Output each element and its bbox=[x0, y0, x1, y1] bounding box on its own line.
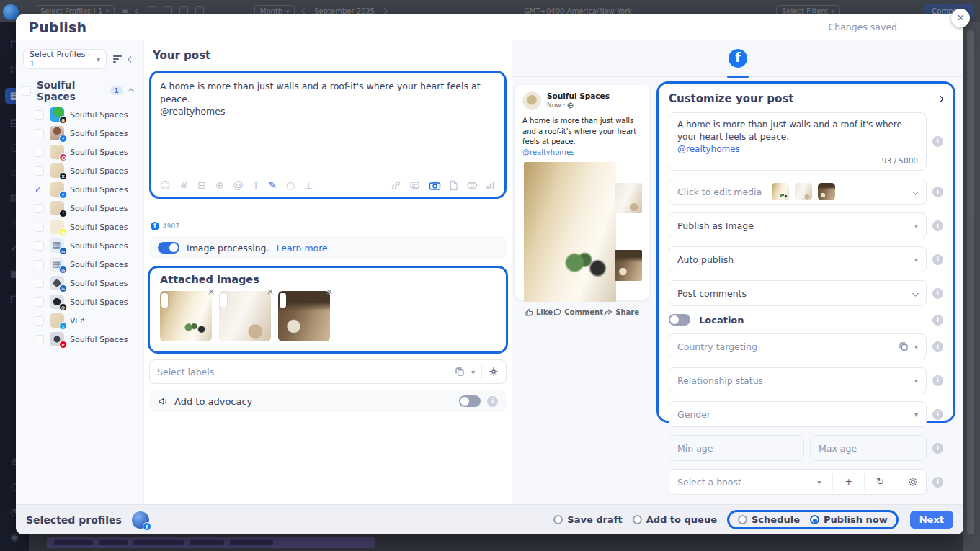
profile-row[interactable]: in Soulful Spaces bbox=[29, 274, 143, 292]
text-format-icon[interactable]: T bbox=[253, 179, 259, 191]
remove-image-icon[interactable]: × bbox=[326, 287, 333, 297]
remove-image-icon[interactable]: × bbox=[267, 287, 274, 297]
customized-message-field[interactable]: A home is more than just walls and a roo… bbox=[669, 112, 927, 171]
profile-row[interactable]: Soulful Spaces bbox=[29, 143, 143, 161]
info-icon[interactable]: i bbox=[932, 315, 943, 326]
profile-row[interactable]: @ Soulful Spaces bbox=[29, 292, 143, 311]
add-to-queue-radio[interactable]: Add to queue bbox=[633, 514, 717, 525]
profile-checkbox[interactable] bbox=[35, 241, 44, 251]
preview-mention-link[interactable]: @realtyhomes bbox=[522, 148, 574, 156]
profile-checkbox[interactable] bbox=[35, 110, 44, 120]
gender-dropdown[interactable]: Gender ▾ bbox=[669, 401, 927, 427]
country-targeting-dropdown[interactable]: Country targeting ▾ bbox=[669, 333, 927, 359]
media-library-icon[interactable] bbox=[409, 180, 421, 191]
chevron-up-icon[interactable] bbox=[128, 87, 134, 94]
profile-checkbox[interactable] bbox=[35, 129, 44, 138]
profile-row[interactable]: f Soulful Spaces bbox=[29, 124, 143, 143]
calendar-event-bar[interactable] bbox=[47, 537, 375, 548]
gear-icon[interactable] bbox=[489, 367, 499, 377]
auto-publish-dropdown[interactable]: Auto publish ▾ bbox=[669, 246, 927, 272]
link-icon[interactable] bbox=[391, 180, 401, 191]
attached-image-3[interactable]: × bbox=[278, 291, 330, 341]
info-icon[interactable]: i bbox=[932, 220, 943, 231]
refresh-icon[interactable]: ↻ bbox=[876, 477, 884, 487]
profile-checkbox[interactable] bbox=[35, 260, 44, 269]
profile-row[interactable]: Soulful Spaces bbox=[29, 218, 143, 236]
chevron-down-icon[interactable] bbox=[912, 188, 919, 195]
bg-filter-icon[interactable]: ≡ bbox=[122, 7, 128, 15]
merge-tag-icon[interactable]: ⊕ bbox=[215, 179, 224, 191]
profile-row[interactable]: in Soulful Spaces bbox=[29, 255, 143, 274]
profile-row[interactable]: ♪ Soulful Spaces bbox=[29, 199, 143, 218]
next-button[interactable]: Next bbox=[910, 511, 953, 529]
profile-checkbox[interactable] bbox=[35, 204, 44, 213]
preview-image-main[interactable] bbox=[524, 162, 616, 302]
shorten-icon[interactable]: ○ bbox=[286, 179, 295, 191]
chevron-down-icon[interactable]: ▾ bbox=[471, 368, 475, 376]
mention-icon[interactable]: @ bbox=[233, 179, 244, 191]
mention-link[interactable]: @realtyhomes bbox=[677, 144, 740, 154]
min-age-field[interactable]: Min age bbox=[669, 435, 804, 461]
document-icon[interactable] bbox=[449, 180, 458, 191]
profile-row[interactable]: G Soulful Spaces bbox=[29, 105, 143, 124]
collapse-panel-icon[interactable] bbox=[128, 55, 135, 63]
profile-row[interactable]: P Soulful Spaces bbox=[29, 330, 143, 349]
location-toggle[interactable] bbox=[669, 314, 690, 326]
add-boost-icon[interactable]: + bbox=[845, 477, 852, 487]
profile-checkbox[interactable] bbox=[35, 297, 44, 307]
gear-icon[interactable] bbox=[908, 477, 918, 487]
profile-checkbox[interactable] bbox=[35, 335, 44, 344]
attached-image-2[interactable]: × bbox=[219, 291, 271, 341]
profile-checkbox[interactable] bbox=[35, 148, 44, 157]
hashtag-icon[interactable]: # bbox=[180, 179, 189, 191]
select-labels-field[interactable]: Select labels ▾ bbox=[149, 359, 507, 384]
media-thumb-2[interactable] bbox=[795, 183, 812, 200]
share-button[interactable]: Share bbox=[604, 308, 639, 316]
post-comments-field[interactable]: Post comments bbox=[669, 280, 927, 306]
boost-dropdown[interactable]: Select a boost ▾ + ↻ bbox=[669, 469, 927, 495]
media-thumb-3[interactable] bbox=[818, 183, 835, 200]
analytics-icon[interactable] bbox=[486, 180, 496, 190]
close-icon[interactable]: × bbox=[951, 9, 970, 27]
bg-next-period[interactable] bbox=[382, 9, 387, 14]
copy-labels-icon[interactable] bbox=[455, 367, 465, 377]
info-icon[interactable]: i bbox=[932, 341, 943, 352]
scrollbar-thumb[interactable] bbox=[968, 40, 974, 220]
profile-row[interactable]: t Vi↱ bbox=[29, 311, 143, 330]
select-profiles-dropdown[interactable]: Select Profiles · 1 ▾ bbox=[23, 49, 107, 69]
remove-image-icon[interactable]: × bbox=[208, 287, 215, 297]
tab-facebook[interactable]: f bbox=[729, 49, 747, 68]
bg-prev-period[interactable] bbox=[302, 9, 307, 14]
advocacy-toggle[interactable] bbox=[459, 395, 481, 407]
group-checkbox[interactable] bbox=[22, 86, 31, 96]
profile-checkbox[interactable] bbox=[35, 316, 44, 326]
profile-row[interactable]: X Soulful Spaces bbox=[29, 161, 143, 180]
filter-icon[interactable] bbox=[113, 55, 122, 63]
preview-image-small-1[interactable] bbox=[615, 183, 642, 213]
chevron-right-icon[interactable] bbox=[937, 95, 945, 102]
copy-icon[interactable] bbox=[899, 341, 909, 351]
image-processing-toggle[interactable] bbox=[158, 242, 179, 254]
profile-row-selected[interactable]: ✓ f Soulful Spaces bbox=[29, 180, 143, 199]
profile-checkbox[interactable] bbox=[35, 279, 44, 288]
info-icon[interactable]: i bbox=[932, 409, 943, 420]
media-thumb-1[interactable] bbox=[772, 183, 789, 200]
emoji-icon[interactable]: ☺ bbox=[160, 179, 171, 191]
post-editor[interactable]: A home is more than just walls and a roo… bbox=[149, 71, 507, 199]
info-icon[interactable]: i bbox=[932, 443, 943, 454]
learn-more-link[interactable]: Learn more bbox=[276, 243, 327, 254]
profile-checkbox[interactable] bbox=[35, 166, 44, 176]
relationship-status-dropdown[interactable]: Relationship status ▾ bbox=[669, 367, 927, 393]
info-icon[interactable]: i bbox=[932, 136, 943, 147]
snippet-icon[interactable]: ⊥ bbox=[304, 179, 313, 191]
info-icon[interactable]: i bbox=[487, 396, 498, 407]
attached-image-1[interactable]: × bbox=[160, 291, 212, 341]
save-draft-radio[interactable]: Save draft bbox=[553, 514, 622, 525]
profile-group-row[interactable]: Soulful Spaces 1 bbox=[16, 75, 143, 105]
info-icon[interactable]: i bbox=[932, 254, 943, 265]
publish-as-dropdown[interactable]: Publish as Image ▾ bbox=[669, 212, 927, 238]
max-age-field[interactable]: Max age bbox=[810, 435, 927, 461]
preview-image-small-2[interactable] bbox=[615, 250, 642, 281]
info-icon[interactable]: i bbox=[932, 477, 943, 488]
post-text[interactable]: A home is more than just walls and a roo… bbox=[160, 80, 496, 118]
